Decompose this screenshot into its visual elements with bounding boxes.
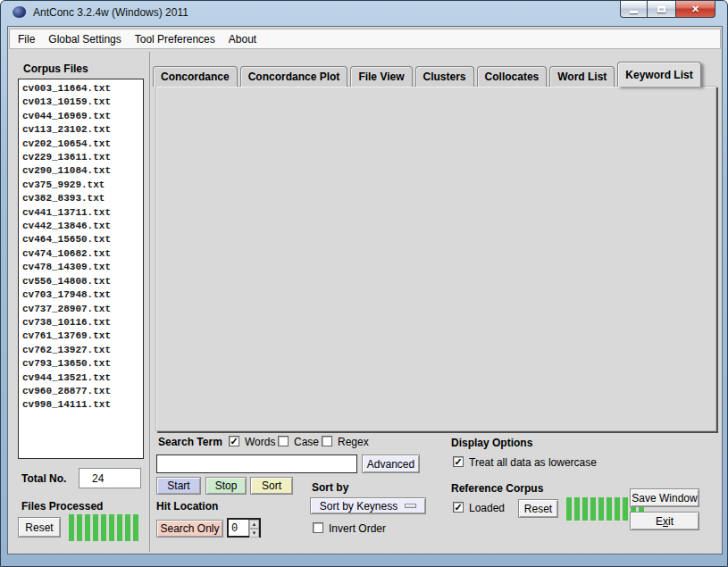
- corpus-file-item[interactable]: cv290_11084.txt: [22, 164, 141, 178]
- app-icon: [13, 6, 26, 18]
- menu-bar: FileGlobal SettingsTool PreferencesAbout: [9, 29, 721, 49]
- app-window: AntConc 3.2.4w (Windows) 2011 ✕ FileGlob…: [0, 0, 728, 567]
- progress-segment: [77, 514, 82, 541]
- tab-concordance[interactable]: Concordance: [153, 66, 238, 87]
- loaded-checkbox[interactable]: ✓: [453, 502, 464, 513]
- exit-button[interactable]: Exit: [630, 512, 699, 530]
- menu-item-global-settings[interactable]: Global Settings: [48, 33, 121, 46]
- corpus-file-item[interactable]: cv202_10654.txt: [22, 138, 141, 151]
- corpus-file-item[interactable]: cv960_28877.txt: [22, 385, 141, 398]
- corpus-file-item[interactable]: cv113_23102.txt: [22, 123, 141, 137]
- tool-tabs: ConcordanceConcordance PlotFile ViewClus…: [153, 61, 701, 87]
- files-processed-label: Files Processed: [21, 500, 103, 513]
- progress-segment: [109, 514, 114, 541]
- total-no-label: Total No.: [21, 472, 66, 485]
- corpus-file-item[interactable]: cv474_10682.txt: [22, 247, 141, 261]
- exit-label: Exit: [656, 515, 674, 528]
- menu-item-file[interactable]: File: [18, 33, 35, 46]
- search-term-label: Search Term: [158, 436, 222, 448]
- corpus-file-item[interactable]: cv229_13611.txt: [22, 151, 141, 164]
- window-title: AntConc 3.2.4w (Windows) 2011: [33, 6, 188, 19]
- tab-file-view[interactable]: File View: [350, 66, 412, 87]
- corpus-file-item[interactable]: cv013_10159.txt: [22, 96, 141, 109]
- progress-segment: [117, 514, 122, 541]
- sort-by-selected: Sort by Keyness: [320, 500, 397, 513]
- search-only-button[interactable]: Search Only: [156, 520, 223, 538]
- spinner-up-icon[interactable]: ▲: [249, 520, 259, 529]
- corpus-file-item[interactable]: cv761_13769.txt: [22, 329, 141, 343]
- invert-order-checkbox[interactable]: [313, 522, 323, 533]
- menu-item-about[interactable]: About: [229, 33, 256, 46]
- corpus-file-item[interactable]: cv793_13650.txt: [22, 357, 141, 371]
- corpus-file-item[interactable]: cv738_10116.txt: [22, 316, 141, 329]
- corpus-file-item[interactable]: cv441_13711.txt: [22, 206, 141, 220]
- corpus-file-item[interactable]: cv703_17948.txt: [22, 288, 141, 302]
- advanced-button[interactable]: Advanced: [362, 454, 420, 473]
- corpus-file-item[interactable]: cv382_8393.txt: [22, 192, 141, 205]
- maximize-icon: [657, 6, 665, 13]
- progress-segment: [93, 514, 98, 541]
- tab-word-list[interactable]: Word List: [549, 66, 615, 87]
- progress-segment: [582, 497, 588, 521]
- progress-segment: [133, 514, 138, 541]
- words-checkbox[interactable]: ✓: [229, 436, 239, 446]
- case-label: Case: [294, 436, 319, 448]
- hit-location-spinner[interactable]: 0 ▲ ▼: [227, 518, 261, 538]
- progress-segment: [85, 514, 90, 541]
- dropdown-indicator-icon: [405, 504, 416, 508]
- corpus-file-item[interactable]: cv944_13521.txt: [22, 371, 141, 385]
- progress-segment: [125, 514, 130, 541]
- start-button[interactable]: Start: [156, 477, 201, 495]
- corpus-file-item[interactable]: cv442_13846.txt: [22, 220, 141, 233]
- reference-reset-button[interactable]: Reset: [518, 499, 558, 518]
- loaded-label: Loaded: [469, 502, 505, 514]
- corpus-file-item[interactable]: cv003_11664.txt: [22, 82, 141, 96]
- corpus-file-item[interactable]: cv478_14309.txt: [22, 261, 141, 274]
- tab-collocates[interactable]: Collocates: [477, 66, 548, 87]
- regex-checkbox[interactable]: [322, 436, 332, 446]
- close-button[interactable]: ✕: [675, 1, 715, 18]
- progress-segment: [590, 497, 596, 521]
- maximize-button[interactable]: [648, 1, 675, 18]
- files-processed-progress: [69, 514, 138, 541]
- tab-clusters[interactable]: Clusters: [415, 66, 474, 87]
- spinner-down-icon[interactable]: ▼: [249, 529, 259, 538]
- progress-segment: [69, 514, 74, 541]
- save-window-label: Save Window: [632, 492, 697, 504]
- sort-by-dropdown[interactable]: Sort by Keyness: [310, 497, 426, 514]
- sort-by-label: Sort by: [312, 481, 348, 494]
- corpus-file-item[interactable]: cv464_15650.txt: [22, 233, 141, 246]
- corpus-file-item[interactable]: cv762_13927.txt: [22, 344, 141, 357]
- words-label: Words: [245, 436, 275, 448]
- spinner-buttons: ▲ ▼: [248, 520, 259, 536]
- case-checkbox[interactable]: [278, 436, 289, 446]
- progress-segment: [566, 497, 572, 521]
- files-processed-reset-button[interactable]: Reset: [18, 517, 61, 538]
- search-input[interactable]: [156, 454, 357, 473]
- corpus-file-item[interactable]: cv044_16969.txt: [22, 110, 141, 123]
- sort-button[interactable]: Sort: [250, 477, 293, 495]
- minimize-button[interactable]: [620, 1, 648, 18]
- total-no-value: 24: [79, 468, 141, 488]
- reference-corpus-label: Reference Corpus: [451, 482, 543, 495]
- progress-segment: [615, 497, 620, 521]
- corpus-files-label: Corpus Files: [23, 63, 88, 75]
- save-window-button[interactable]: Save Window: [630, 488, 699, 507]
- progress-segment: [623, 497, 628, 521]
- progress-segment: [598, 497, 604, 521]
- corpus-file-list[interactable]: cv003_11664.txtcv013_10159.txtcv044_1696…: [18, 79, 144, 459]
- tab-keyword-list[interactable]: Keyword List: [617, 62, 700, 87]
- titlebar[interactable]: AntConc 3.2.4w (Windows) 2011 ✕: [1, 1, 727, 26]
- lowercase-checkbox[interactable]: ✓: [453, 456, 464, 467]
- corpus-file-item[interactable]: cv556_14808.txt: [22, 275, 141, 288]
- corpus-file-item[interactable]: cv998_14111.txt: [22, 398, 141, 412]
- progress-segment: [607, 497, 612, 521]
- tab-concordance-plot[interactable]: Concordance Plot: [240, 66, 348, 87]
- hit-location-value: 0: [229, 520, 248, 536]
- invert-order-label: Invert Order: [329, 522, 386, 535]
- menu-item-tool-preferences[interactable]: Tool Preferences: [135, 33, 215, 46]
- stop-button[interactable]: Stop: [205, 477, 247, 495]
- corpus-file-item[interactable]: cv375_9929.txt: [22, 179, 141, 192]
- corpus-file-item[interactable]: cv737_28907.txt: [22, 303, 141, 316]
- keyword-list-panel: [155, 86, 716, 431]
